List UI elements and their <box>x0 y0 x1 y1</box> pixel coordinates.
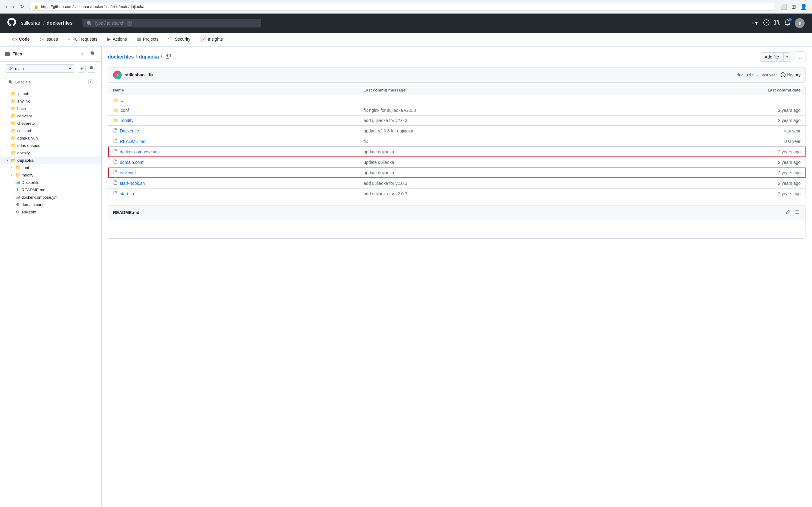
table-row-domain-conf[interactable]: domain.conf update dujiaoka 2 years ago <box>108 157 806 168</box>
commit-msg-docker-compose: update dujiaoka <box>363 150 714 154</box>
search-sidebar-button[interactable] <box>87 64 97 73</box>
tree-item-ddns-dnspod[interactable]: › 📁 ddns-dnspod <box>0 142 101 149</box>
file-sidebar: Files + main ▾ + <box>0 47 102 507</box>
issues-icon[interactable] <box>763 19 769 27</box>
history-link[interactable]: History <box>780 72 801 77</box>
tree-item-github[interactable]: › 📁 .github <box>0 90 101 97</box>
file-icon <box>113 170 117 175</box>
tree-item-env-conf[interactable]: ⚙ env.conf <box>0 208 101 216</box>
file-link-readme[interactable]: README.md <box>120 139 146 144</box>
tree-item-docker-compose[interactable]: 🐋 docker-compose.yml <box>0 193 101 201</box>
table-row-conf[interactable]: 📁 conf fix nginx for dujiaoka v2.0.3 2 y… <box>108 105 806 115</box>
outline-readme-button[interactable] <box>794 209 801 217</box>
breadcrumb-dujiaoka[interactable]: dujiaoka <box>139 54 159 60</box>
file-link-start-hook[interactable]: start-hook.sh <box>120 181 145 186</box>
go-to-file-input[interactable] <box>15 80 86 84</box>
branch-dropdown[interactable]: main ▾ <box>5 64 75 73</box>
folder-link-conf[interactable]: conf <box>121 108 129 113</box>
file-icon <box>113 160 117 165</box>
tree-item-anylink[interactable]: › 📁 anylink <box>0 97 101 105</box>
reload-button[interactable]: ↻ <box>18 2 26 11</box>
nav-projects[interactable]: ▦ Projects <box>132 33 163 46</box>
forward-button[interactable]: › <box>11 3 16 11</box>
main-layout: Files + main ▾ + <box>0 47 812 507</box>
tree-item-domain-conf[interactable]: ⚙ domain.conf <box>0 201 101 208</box>
table-row-docker-compose[interactable]: docker-compose.yml update dujiaoka 2 yea… <box>108 147 806 157</box>
nav-code[interactable]: <> Code <box>7 33 34 46</box>
tree-item-cadvisor[interactable]: › 📁 cadvisor <box>0 112 101 119</box>
tree-item-dujiaoka[interactable]: ▾ 📂 dujiaoka <box>0 157 101 164</box>
tree-item-docsify[interactable]: › 📁 docsify <box>0 149 101 157</box>
nav-issues[interactable]: ◎ Issues <box>36 33 62 46</box>
table-row-parent[interactable]: 📁 .. <box>108 95 806 105</box>
breadcrumb-dockerfiles[interactable]: dockerfiles <box>108 54 134 60</box>
search-files-button[interactable] <box>89 50 97 58</box>
file-link-dockerfile[interactable]: Dockerfile <box>120 128 139 133</box>
new-file-button[interactable]: + <box>79 50 86 58</box>
search-box[interactable]: Type / to search / <box>82 19 261 27</box>
folder-name: ddns-aliyun <box>17 136 99 140</box>
file-link-domain-conf[interactable]: domain.conf <box>120 160 143 165</box>
commit-msg-start-hook: add dujiaoka for v2.0.3 <box>363 181 714 186</box>
folder-link-modify[interactable]: modify <box>121 118 133 123</box>
tree-item-conf[interactable]: › 📁 conf <box>0 164 101 171</box>
nav-security[interactable]: 🛡 Security <box>164 33 195 46</box>
files-label: Files <box>12 51 22 56</box>
header-actions: + ▾ s <box>749 18 805 28</box>
github-logo[interactable] <box>7 18 16 29</box>
back-button[interactable]: ‹ <box>4 3 9 11</box>
file-search-shortcut: t <box>89 79 93 84</box>
tree-item-base[interactable]: › 📁 base <box>0 105 101 112</box>
tree-item-coscmd[interactable]: › 📁 coscmd <box>0 127 101 134</box>
table-row-readme[interactable]: README.md fix last year <box>108 136 806 147</box>
table-row-dockerfile[interactable]: Dockerfile update v2.0.6 for dujiaoka la… <box>108 126 806 136</box>
table-row-modify[interactable]: 📁 modify add dujiaoka for v2.0.3 2 years… <box>108 115 806 126</box>
file-link-start-sh[interactable]: start.sh <box>120 191 134 196</box>
pull-request-icon[interactable] <box>774 19 780 27</box>
more-options-button[interactable]: … <box>794 51 806 62</box>
table-row-env-conf[interactable]: env.conf update dujiaoka 2 years ago <box>108 168 806 178</box>
tree-item-dockerfile[interactable]: 🐋 Dockerfile <box>0 179 101 186</box>
expand-icon: › <box>9 166 13 169</box>
tree-item-modify[interactable]: › 📁 modify <box>0 171 101 179</box>
commit-author-avatar[interactable]: s <box>113 70 122 79</box>
go-to-file-box[interactable]: t <box>5 77 97 86</box>
edit-readme-button[interactable] <box>785 209 791 217</box>
sep1: / <box>135 54 137 60</box>
file-name-cell: 📁 .. <box>113 98 363 103</box>
add-file-button[interactable]: Add file <box>760 53 784 61</box>
folder-icon: 📁 <box>10 91 16 96</box>
create-button[interactable]: + ▾ <box>749 18 759 28</box>
profile-icon[interactable]: 👤 <box>799 3 808 11</box>
grid-icon[interactable]: ⊞ <box>790 3 797 11</box>
tree-item-readme[interactable]: ℹ README.md <box>0 186 101 193</box>
file-link-docker-compose[interactable]: docker-compose.yml <box>120 150 160 154</box>
notifications-icon[interactable] <box>784 19 791 27</box>
commit-message[interactable]: fix <box>149 72 154 77</box>
file-name: docker-compose.yml <box>21 195 99 200</box>
nav-insights[interactable]: 📈 Insights <box>196 33 227 46</box>
expand-icon: › <box>5 92 9 96</box>
breadcrumb-nav: dockerfiles / dujiaoka / <box>108 53 173 61</box>
username-link[interactable]: stilleshan <box>21 20 42 26</box>
commit-hash-link[interactable]: d8d11d3 <box>737 73 753 77</box>
copy-path-button[interactable] <box>164 53 173 61</box>
tree-item-chevereto[interactable]: › 📁 chevereto <box>0 119 101 127</box>
folder-name: ddns-dnspod <box>17 143 99 148</box>
parent-link[interactable]: .. <box>121 98 123 103</box>
table-row-start-hook[interactable]: start-hook.sh add dujiaoka for v2.0.3 2 … <box>108 178 806 188</box>
nav-pull-requests[interactable]: ⑂ Pull requests <box>63 33 102 46</box>
col-message: Last commit message <box>363 88 714 93</box>
address-bar[interactable]: 🔒 https://github.com/stilleshan/dockerfi… <box>29 3 776 10</box>
file-link-env-conf[interactable]: env.conf <box>120 170 136 175</box>
tree-item-ddns-aliyun[interactable]: › 📁 ddns-aliyun <box>0 134 101 142</box>
user-avatar[interactable]: s <box>795 18 805 28</box>
add-file-sidebar-button[interactable]: + <box>78 64 85 73</box>
commit-msg-start-sh: add dujiaoka for v2.0.3 <box>363 191 714 196</box>
table-row-start-sh[interactable]: start.sh add dujiaoka for v2.0.3 2 years… <box>108 188 806 199</box>
add-file-dropdown-button[interactable]: ▾ <box>784 53 791 61</box>
commit-author-name[interactable]: stilleshan <box>125 72 145 77</box>
cast-icon[interactable]: ⬜ <box>779 3 788 11</box>
nav-actions[interactable]: ▶ Actions <box>103 33 131 46</box>
repo-link[interactable]: dockerfiles <box>47 20 72 26</box>
